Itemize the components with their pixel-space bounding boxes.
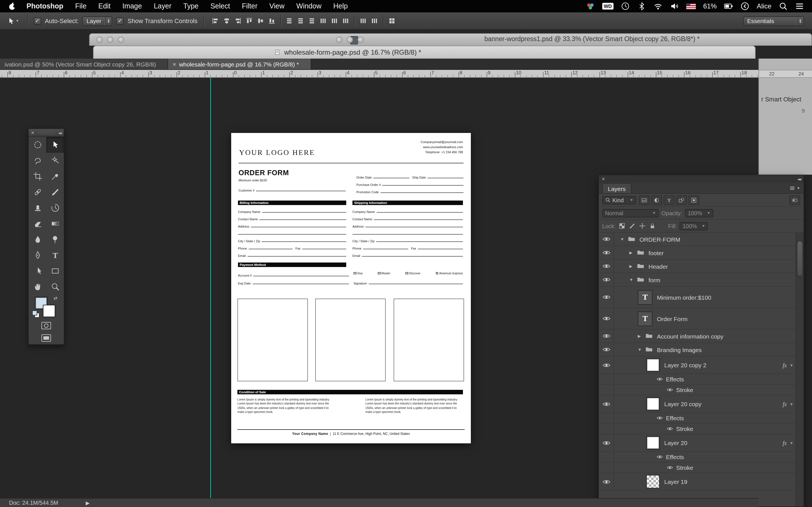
us-flag-icon[interactable] xyxy=(686,3,696,9)
layer-row-layer-20-copy-2[interactable]: Layer 20 copy 2fx▼ xyxy=(599,356,804,374)
visibility-toggle[interactable] xyxy=(599,308,614,329)
visibility-toggle[interactable] xyxy=(599,434,614,451)
auto-select-target-dropdown[interactable]: Layer ▲▼ xyxy=(83,16,112,25)
auto-select-checkbox[interactable]: ✓ xyxy=(34,17,41,24)
wifi-icon[interactable] xyxy=(654,2,663,11)
app-menu-photoshop[interactable]: Photoshop xyxy=(27,2,63,10)
visibility-toggle[interactable] xyxy=(599,413,614,423)
collapse-panel-icon[interactable]: ◀◀ xyxy=(798,177,801,180)
type-filter-icon[interactable]: T xyxy=(664,195,674,205)
tool-history-brush[interactable] xyxy=(46,200,64,216)
eye-icon[interactable] xyxy=(656,453,663,460)
tool-move[interactable] xyxy=(46,137,64,153)
visibility-toggle[interactable] xyxy=(599,287,614,307)
layer-effects-badge[interactable]: fx xyxy=(783,401,786,407)
fill-dropdown[interactable]: 100% ▼ xyxy=(680,222,708,230)
menu-item-layer[interactable]: Layer xyxy=(154,2,171,10)
layer-effects-badge[interactable]: fx xyxy=(783,362,786,368)
horizontal-ruler[interactable]: 876543210123456789101112131415161718 xyxy=(0,70,758,78)
quick-mask-button[interactable] xyxy=(29,320,64,332)
layer-row-header[interactable]: ▶Header xyxy=(599,260,804,273)
tool-clone-stamp[interactable] xyxy=(29,200,46,216)
distribute-right-button[interactable] xyxy=(341,16,351,25)
scrollbar-thumb[interactable] xyxy=(797,240,803,277)
panel-grip[interactable] xyxy=(38,131,55,134)
distribute-spacing-v-button[interactable] xyxy=(358,16,368,25)
lock-transparent-icon[interactable] xyxy=(619,222,626,230)
tool-type[interactable]: T xyxy=(46,247,64,263)
align-top-edges-button[interactable] xyxy=(245,16,255,25)
battery-icon[interactable] xyxy=(724,2,733,11)
tool-eyedropper[interactable] xyxy=(46,168,64,184)
tool-pen[interactable] xyxy=(29,247,46,263)
align-right-edges-button[interactable] xyxy=(233,16,243,25)
expand-triangle-icon[interactable]: ▶ xyxy=(638,334,645,338)
menu-item-type[interactable]: Type xyxy=(183,2,199,10)
zoom-window-icon[interactable] xyxy=(357,37,364,43)
distribute-left-button[interactable] xyxy=(318,16,328,25)
zoom-window-icon[interactable] xyxy=(118,37,124,43)
panel-menu-icon[interactable]: ▼ xyxy=(789,182,800,193)
distribute-spacing-h-button[interactable] xyxy=(370,16,380,25)
screen-mode-button[interactable] xyxy=(29,332,64,344)
minimize-window-icon[interactable] xyxy=(107,37,113,43)
search-icon[interactable] xyxy=(779,2,788,11)
align-left-edges-button[interactable] xyxy=(211,16,221,25)
layer-row-layer-19[interactable]: Layer 19 xyxy=(599,473,804,491)
tool-crop[interactable] xyxy=(29,168,46,184)
expand-triangle-icon[interactable]: ▼ xyxy=(629,278,636,282)
tool-blur[interactable] xyxy=(29,231,46,247)
layer-row-layer-20-copy[interactable]: Layer 20 copyfx▼ xyxy=(599,395,804,413)
menu-item-window[interactable]: Window xyxy=(296,2,321,10)
menu-item-edit[interactable]: Edit xyxy=(98,2,110,10)
tool-shape[interactable] xyxy=(46,263,64,279)
collapse-panel-icon[interactable]: ◀◀ xyxy=(58,131,61,134)
menu-item-view[interactable]: View xyxy=(269,2,285,10)
menu-item-filter[interactable]: Filter xyxy=(242,2,258,10)
smart-object-filter-icon[interactable] xyxy=(689,195,699,205)
close-panel-icon[interactable]: × xyxy=(31,130,35,135)
tab-layers[interactable]: Layers xyxy=(602,183,631,193)
bluetooth-icon[interactable] xyxy=(637,2,646,11)
visibility-toggle[interactable] xyxy=(599,374,614,384)
layer-row-order-form[interactable]: ▼ORDER-FORM xyxy=(599,233,804,246)
adjustment-filter-icon[interactable] xyxy=(651,195,662,205)
visibility-toggle[interactable] xyxy=(599,233,614,245)
layer-row-branding-images[interactable]: ▼Branding Images xyxy=(599,343,804,356)
layer-row-effects[interactable]: Effects xyxy=(599,413,804,424)
document-window-titlebar[interactable]: wholesale-form-page.psd @ 16.7% (RGB/8) … xyxy=(93,46,756,59)
status-options-arrow-icon[interactable]: ▶ xyxy=(86,500,90,506)
layer-row-stroke[interactable]: Stroke xyxy=(599,462,804,473)
blend-mode-dropdown[interactable]: Normal ▼ xyxy=(602,209,659,217)
eye-icon[interactable] xyxy=(666,386,673,393)
menu-item-file[interactable]: File xyxy=(75,2,87,10)
layer-row-footer[interactable]: ▶footer xyxy=(599,246,804,260)
wd-icon[interactable]: WD xyxy=(602,3,613,10)
tool-lasso[interactable] xyxy=(29,153,46,168)
collapse-effects-icon[interactable]: ▼ xyxy=(790,441,794,445)
window-controls[interactable] xyxy=(336,37,364,43)
document-tab-wholesale-form-page-psd-[interactable]: ×wholesale-form-page.psd @ 16.7% (RGB/8)… xyxy=(168,59,311,69)
layer-row-stroke[interactable]: Stroke xyxy=(599,424,804,434)
layer-row-layer-20[interactable]: Layer 20fx▼ xyxy=(599,434,804,452)
layers-panel-header[interactable]: × ◀◀ xyxy=(599,175,804,182)
menu-item-select[interactable]: Select xyxy=(210,2,230,10)
distribute-vertical-centers-button[interactable] xyxy=(296,16,306,25)
align-vertical-centers-button[interactable] xyxy=(256,16,266,25)
layer-row-order-form[interactable]: TOrder Form xyxy=(599,308,804,330)
expand-triangle-icon[interactable]: ▶ xyxy=(629,250,636,255)
tool-hand[interactable] xyxy=(29,279,46,295)
window-controls[interactable] xyxy=(96,37,124,43)
tool-marquee[interactable] xyxy=(29,137,46,153)
close-window-icon[interactable] xyxy=(336,37,342,43)
align-horizontal-centers-button[interactable] xyxy=(222,16,232,25)
layer-row-account-information-copy[interactable]: ▶Account information copy xyxy=(599,330,804,343)
opacity-dropdown[interactable]: 100% ▼ xyxy=(685,209,713,217)
menu-item-help[interactable]: Help xyxy=(333,2,348,10)
filter-kind-dropdown[interactable]: Kind ▼ xyxy=(602,196,636,204)
layers-scrollbar[interactable] xyxy=(796,233,804,506)
visibility-toggle[interactable] xyxy=(599,462,614,473)
layer-row-minimum-order-100[interactable]: TMinimum order:$100 xyxy=(599,287,804,308)
tool-brush[interactable] xyxy=(46,184,64,200)
minimize-window-icon[interactable] xyxy=(347,37,353,43)
